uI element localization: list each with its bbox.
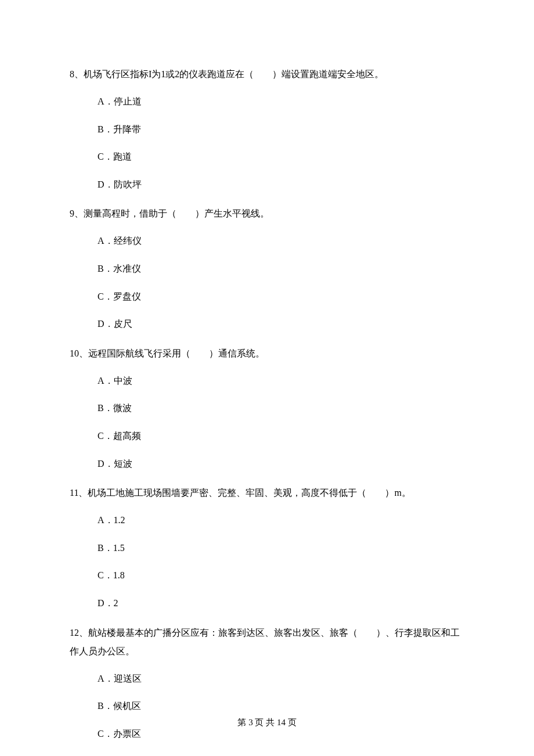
option-a: A．经纬仪	[98, 233, 464, 249]
option-d: D．短波	[98, 456, 464, 471]
option-b: B．微波	[98, 401, 464, 416]
page: 8、机场飞行区指标I为1或2的仪表跑道应在（ ）端设置跑道端安全地区。 A．停止…	[0, 0, 534, 756]
question-8: 8、机场飞行区指标I为1或2的仪表跑道应在（ ）端设置跑道端安全地区。 A．停止…	[70, 65, 464, 192]
page-footer: 第 3 页 共 14 页	[0, 717, 534, 728]
question-10: 10、远程国际航线飞行采用（ ）通信系统。 A．中波 B．微波 C．超高频 D．…	[70, 344, 464, 471]
question-stem: 12、航站楼最基本的广播分区应有：旅客到达区、旅客出发区、旅客（ ）、行李提取区…	[70, 624, 464, 661]
options: A．迎送区 B．候机区 C．办票区	[70, 671, 464, 741]
option-c: C．1.8	[98, 568, 464, 583]
option-a: A．停止道	[98, 94, 464, 109]
option-d: D．2	[98, 596, 464, 611]
option-c: C．办票区	[98, 726, 464, 741]
option-b: B．水准仪	[98, 261, 464, 276]
question-stem: 9、测量高程时，借助于（ ）产生水平视线。	[70, 204, 464, 223]
question-9: 9、测量高程时，借助于（ ）产生水平视线。 A．经纬仪 B．水准仪 C．罗盘仪 …	[70, 204, 464, 331]
option-a: A．1.2	[98, 513, 464, 528]
option-d: D．防吹坪	[98, 177, 464, 192]
option-a: A．迎送区	[98, 671, 464, 686]
options: A．中波 B．微波 C．超高频 D．短波	[70, 373, 464, 471]
question-stem: 10、远程国际航线飞行采用（ ）通信系统。	[70, 344, 464, 363]
option-c: C．跑道	[98, 149, 464, 164]
option-d: D．皮尺	[98, 316, 464, 332]
question-11: 11、机场工地施工现场围墙要严密、完整、牢固、美观，高度不得低于（ ）m。 A．…	[70, 484, 464, 610]
options: A．经纬仪 B．水准仪 C．罗盘仪 D．皮尺	[70, 233, 464, 331]
option-b: B．升降带	[98, 122, 464, 137]
options: A．1.2 B．1.5 C．1.8 D．2	[70, 513, 464, 610]
option-b: B．候机区	[98, 699, 464, 714]
option-c: C．超高频	[98, 429, 464, 444]
option-c: C．罗盘仪	[98, 289, 464, 304]
option-b: B．1.5	[98, 541, 464, 556]
option-a: A．中波	[98, 373, 464, 388]
question-stem: 8、机场飞行区指标I为1或2的仪表跑道应在（ ）端设置跑道端安全地区。	[70, 65, 464, 84]
options: A．停止道 B．升降带 C．跑道 D．防吹坪	[70, 94, 464, 192]
question-stem: 11、机场工地施工现场围墙要严密、完整、牢固、美观，高度不得低于（ ）m。	[70, 484, 464, 502]
